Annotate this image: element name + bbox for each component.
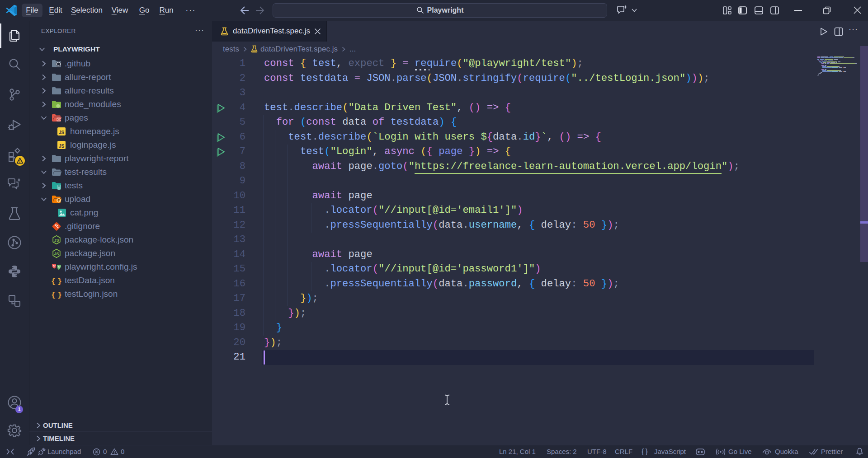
svg-text:<>: <>	[57, 118, 61, 122]
svg-text:{ }: { }	[51, 277, 62, 286]
svg-text:JS: JS	[59, 130, 65, 135]
svg-text:{ }: { }	[51, 291, 62, 299]
svg-text:JS: JS	[59, 144, 65, 149]
svg-text:JS: JS	[54, 238, 59, 243]
svg-text:JS: JS	[54, 252, 59, 256]
